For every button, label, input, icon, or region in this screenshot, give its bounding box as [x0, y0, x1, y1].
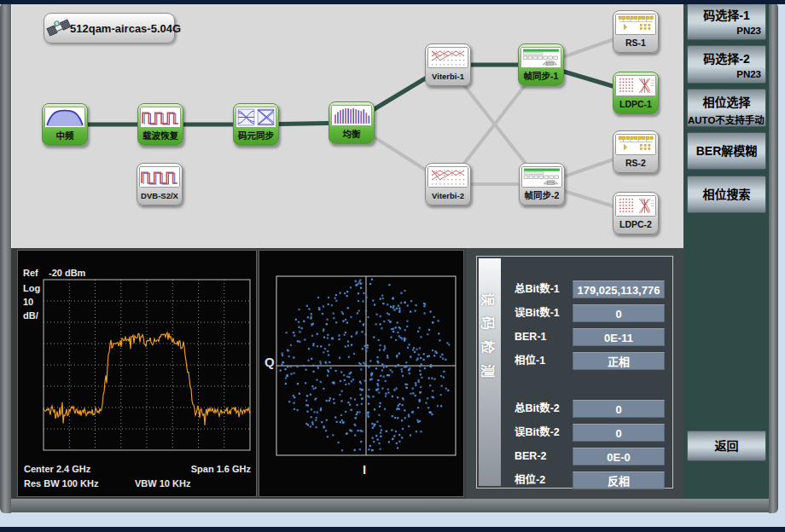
- flow-node-fs2[interactable]: 帧同步-2: [519, 163, 565, 205]
- comb-icon: [331, 105, 372, 126]
- flow-node-fs1[interactable]: 帧同步-1: [518, 43, 564, 86]
- spectrum-span-label: Span 1.6 GHz: [191, 464, 251, 474]
- ber-2-label: BER-2: [515, 448, 573, 466]
- flow-node-label: RS-1: [613, 35, 658, 51]
- spectrum-vbw-label: VBW 10 KHz: [135, 478, 190, 489]
- phase-2-label: 相位-2: [515, 471, 573, 489]
- spectrum-analyzer-display: Ref -20 dBm Log 10 dB/ Center 2.4 GHz Sp…: [17, 250, 257, 497]
- flow-node-label: LDPC-1: [613, 96, 658, 113]
- error-bits-1-label: 误Bit数-1: [515, 304, 573, 322]
- sidebar-menu: 码选择-1PN23码选择-2PN23相位选择AUTO不支持手动BER解模糊相位搜…: [683, 0, 769, 499]
- window-frame-left: [0, 3, 11, 513]
- phase-select-button-value: AUTO不支持手动: [688, 110, 765, 126]
- phase-1-label: 相位-1: [515, 352, 573, 370]
- flow-node-label: 帧同步-1: [519, 68, 563, 84]
- flow-node-carrier[interactable]: 载波恢复: [137, 103, 183, 146]
- code-select-2-button-value: PN23: [688, 66, 765, 79]
- bottom-displays-section: Ref -20 dBm Log 10 dB/ Center 2.4 GHz Sp…: [11, 248, 683, 499]
- spectrum-unit-label: dB/: [23, 310, 38, 321]
- error-bits-1-value: 0: [573, 304, 665, 322]
- window-top-strip: [0, 0, 785, 4]
- flow-node-label: 载波恢复: [138, 128, 183, 144]
- rs-circuit-icon: [615, 134, 656, 155]
- constellation-plot: [259, 251, 463, 496]
- flow-node-ldpc1[interactable]: LDPC-1: [613, 72, 659, 114]
- spectrum-scale-label: 10: [23, 297, 33, 307]
- ldpc-icon: [615, 75, 656, 96]
- flow-node-eq[interactable]: 均衡: [329, 101, 375, 144]
- back-button-label: 返回: [688, 431, 765, 460]
- flow-node-dvb[interactable]: DVB-S2/X: [137, 163, 183, 205]
- error-bits-2-value: 0: [573, 424, 665, 442]
- ber-1-value: 0E-11: [573, 328, 665, 346]
- spectrum-plot: [18, 251, 256, 496]
- constellation-i-axis-label: I: [363, 462, 366, 477]
- spectrum-icon: [44, 107, 85, 128]
- flow-node-rs2[interactable]: RS-2: [613, 130, 659, 173]
- ber-deblur-button[interactable]: BER解模糊: [687, 132, 766, 170]
- spectrum-ref-label: Ref: [23, 268, 38, 278]
- total-bits-1-label: 总Bit数-1: [515, 280, 573, 298]
- signal-title-node[interactable]: 512qam-aircas-5.04G: [44, 13, 175, 43]
- total-bits-2-value: 0: [573, 400, 665, 418]
- flow-node-ldpc2[interactable]: LDPC-2: [613, 192, 659, 234]
- ber-2-value: 0E-0: [573, 448, 665, 466]
- total-bits-2-label: 总Bit数-2: [515, 400, 573, 418]
- code-select-1-button-label: 码选择-1: [688, 3, 765, 23]
- flow-node-rs1[interactable]: RS-1: [613, 10, 659, 53]
- ber-panel: 误码检测 总Bit数-1179,025,113,776误Bit数-10BER-1…: [476, 256, 673, 489]
- ber-side-strip: 误码检测: [479, 258, 501, 486]
- flow-node-if[interactable]: 中频: [42, 103, 88, 146]
- constellation-display: Q I: [259, 250, 464, 497]
- demod-flow-diagram-panel: 512qam-aircas-5.04G 中频载波恢复码元同步均衡DVB-S2/X…: [11, 3, 684, 251]
- trellis-icon: [427, 166, 468, 188]
- code-select-2-button[interactable]: 码选择-2PN23: [687, 45, 766, 84]
- signal-title-label: 512qam-aircas-5.04G: [70, 22, 181, 35]
- phase-2-value: 反相: [573, 471, 665, 489]
- constellation-q-axis-label: Q: [265, 355, 275, 369]
- ber-deblur-button-label: BER解模糊: [688, 133, 765, 169]
- back-button[interactable]: 返回: [687, 431, 766, 461]
- phase-1-value: 正相: [573, 352, 665, 370]
- ber-monitor-region: 误码检测 总Bit数-1179,025,113,776误Bit数-10BER-1…: [466, 248, 683, 499]
- spectrum-rbw-label: Res BW 100 KHz: [24, 478, 98, 489]
- spectrum-center-label: Center 2.4 GHz: [24, 464, 90, 474]
- flow-node-label: 中频: [43, 128, 87, 144]
- flow-node-label: DVB-S2/X: [137, 188, 182, 204]
- flow-node-label: LDPC-2: [613, 217, 658, 233]
- ber-side-strip-label: 误码检测: [480, 292, 499, 454]
- spectrum-log-label: Log: [23, 283, 40, 293]
- spectrum-ref-value: -20 dBm: [49, 268, 85, 278]
- satellite-icon: [46, 15, 72, 41]
- squarewave-icon: [139, 166, 180, 188]
- eye-diagram-icon: [236, 107, 276, 128]
- trellis-icon: [427, 47, 468, 68]
- phase-select-button-label: 相位选择: [688, 90, 765, 110]
- error-bits-2-label: 误Bit数-2: [515, 424, 573, 442]
- flow-node-label: 均衡: [329, 126, 374, 142]
- frame-icon: [521, 166, 562, 188]
- ldpc-icon: [615, 195, 656, 217]
- code-select-1-button[interactable]: 码选择-1PN23: [687, 2, 766, 40]
- rs-circuit-icon: [615, 14, 656, 35]
- flow-node-label: 码元同步: [234, 128, 278, 144]
- flow-node-label: Viterbi-1: [426, 68, 470, 84]
- window-frame-bottom: [4, 499, 778, 512]
- window-frame-right: [769, 3, 778, 513]
- flow-node-label: 帧同步-2: [520, 188, 564, 204]
- flow-node-vit1[interactable]: Viterbi-1: [425, 43, 471, 86]
- flow-node-label: RS-2: [613, 155, 658, 171]
- total-bits-1-value: 179,025,113,776: [573, 280, 665, 298]
- ber-1-label: BER-1: [515, 328, 573, 346]
- flow-node-vit2[interactable]: Viterbi-2: [425, 163, 471, 205]
- frame-icon: [520, 47, 561, 68]
- phase-search-button[interactable]: 相位搜索: [687, 176, 766, 213]
- code-select-1-button-value: PN23: [688, 23, 765, 36]
- window-bottom-strip: [0, 527, 785, 532]
- code-select-2-button-label: 码选择-2: [688, 46, 765, 66]
- squarewave-icon: [140, 107, 181, 128]
- flow-node-symsync[interactable]: 码元同步: [233, 103, 279, 146]
- flow-node-label: Viterbi-2: [426, 188, 470, 204]
- phase-select-button[interactable]: 相位选择AUTO不支持手动: [687, 89, 766, 127]
- phase-search-button-label: 相位搜索: [688, 176, 765, 212]
